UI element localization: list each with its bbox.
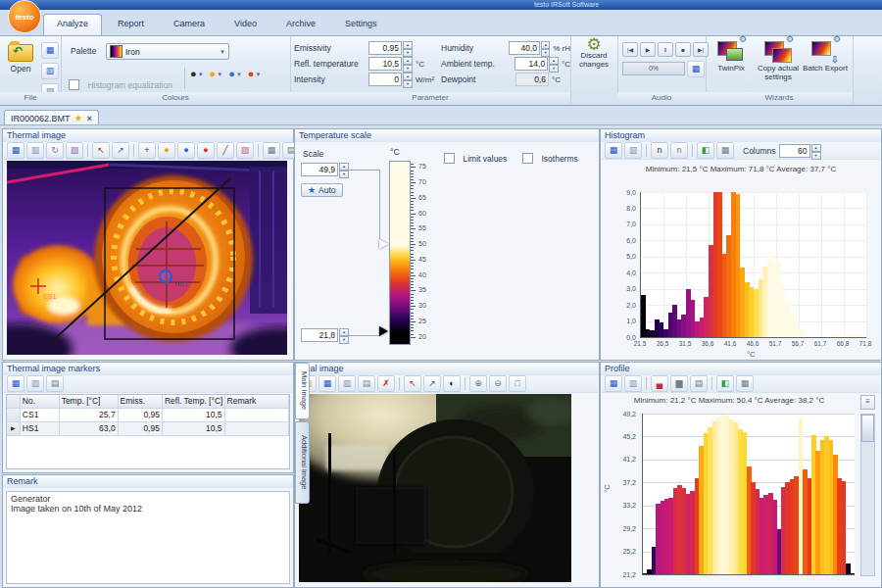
twinpix-button[interactable]: ⚙TwinPix xyxy=(708,38,755,81)
audio-progress-bar[interactable]: 0% xyxy=(622,62,685,75)
legend-icon[interactable]: ▦ xyxy=(716,142,734,159)
save-icon[interactable]: ▦ xyxy=(605,142,622,159)
audio-save-icon[interactable]: ▦ xyxy=(687,61,705,77)
copy-icon[interactable]: ▥ xyxy=(624,375,642,392)
profile-menu-button[interactable]: ≡ xyxy=(860,395,875,410)
save-icon[interactable]: ▦ xyxy=(318,375,336,392)
tab-camera[interactable]: Camera xyxy=(160,14,219,36)
spinner[interactable]: ▲▼ xyxy=(549,57,559,71)
scale-mode-icon[interactable]: n xyxy=(670,142,688,159)
close-icon[interactable]: × xyxy=(87,114,92,123)
isotherms-checkbox[interactable] xyxy=(522,153,533,164)
crosshair-marker-icon[interactable]: + xyxy=(138,142,156,159)
param-field-refl-temperature[interactable]: 10,5 xyxy=(368,57,402,71)
save-icon[interactable]: ▦ xyxy=(605,375,622,392)
limit-values-checkbox[interactable] xyxy=(444,153,455,164)
tab-report[interactable]: Report xyxy=(104,14,158,36)
spinner[interactable]: ▲▼ xyxy=(541,41,550,55)
copy-actual-settings-button[interactable]: ⚙Copy actual settings xyxy=(755,38,802,81)
image-settings-icon[interactable]: ▧ xyxy=(66,142,83,159)
marker-colour-button-2[interactable]: ●▼ xyxy=(228,69,242,79)
pointer-tool-icon[interactable]: ↖ xyxy=(92,142,110,159)
marker-table-row[interactable]: CS125,70,9510,5 xyxy=(7,409,289,422)
histogram-equalization-checkbox[interactable] xyxy=(69,79,79,90)
hot-spot-marker-icon[interactable]: ● xyxy=(158,142,175,159)
spinner[interactable]: ▲▼ xyxy=(403,41,413,55)
side-tab-additional-image[interactable]: Additional image xyxy=(295,421,310,504)
profile-table-icon[interactable]: ▤ xyxy=(690,375,708,392)
audio-stop-button[interactable]: ■ xyxy=(675,42,691,57)
cold-spot-marker-icon[interactable]: ● xyxy=(177,142,195,159)
marker-table-row[interactable]: ▶HS163,00,9510,5 xyxy=(7,422,289,436)
marker-colour-button-1[interactable]: ●▼ xyxy=(210,69,223,79)
param-field-humidity[interactable]: 40,0 xyxy=(509,41,540,55)
palette-icon[interactable]: ◧ xyxy=(697,142,714,159)
paste-icon[interactable]: ▤ xyxy=(358,375,375,392)
profile-chart-icon[interactable]: ▄ xyxy=(651,375,668,392)
copy-icon[interactable]: ▥ xyxy=(338,375,356,392)
save-as-icon[interactable]: ▥ xyxy=(41,63,59,79)
discard-changes-button[interactable]: ⚙ Discard changes xyxy=(572,40,615,69)
divider xyxy=(0,124,882,125)
param-field-intensity[interactable]: 0 xyxy=(368,73,402,86)
table-icon[interactable]: ▦ xyxy=(263,142,280,159)
zoom-fit-icon[interactable]: □ xyxy=(509,375,526,392)
remark-text[interactable]: GeneratorImage taken on 10th of May 2012 xyxy=(6,491,290,584)
copy-icon[interactable]: ▥ xyxy=(624,142,642,159)
param-field-ambient-temp-[interactable]: 14,0 xyxy=(514,57,548,71)
tab-video[interactable]: Video xyxy=(220,14,270,36)
profile-scrollbar[interactable] xyxy=(860,414,875,576)
scale-lower-spinbox[interactable]: 21,8 ▲▼ xyxy=(301,328,349,342)
spinner[interactable]: ▲▼ xyxy=(403,57,413,71)
area-marker-icon[interactable]: ▨ xyxy=(236,142,254,159)
favourite-star-icon[interactable]: ★ xyxy=(74,113,83,123)
point-marker-icon[interactable]: ● xyxy=(197,142,215,159)
scale-lower-value[interactable]: 21,8 xyxy=(301,328,338,342)
tab-analyze[interactable]: Analyze xyxy=(43,14,102,36)
pointer-tool-icon[interactable]: ↖ xyxy=(404,375,421,392)
tab-settings[interactable]: Settings xyxy=(331,14,391,36)
tab-archive[interactable]: Archive xyxy=(272,14,329,36)
pan-tool-icon[interactable]: ↗ xyxy=(112,142,129,159)
spinner[interactable]: ▲▼ xyxy=(811,144,821,158)
columns-field[interactable]: 60 xyxy=(779,144,810,158)
batch-export-button[interactable]: ⇩⚙Batch Export xyxy=(802,38,849,81)
upper-limit-marker[interactable] xyxy=(379,239,388,249)
rotate-icon[interactable]: ↻ xyxy=(46,142,64,159)
zoom-in-icon[interactable]: ⊕ xyxy=(469,375,487,392)
scrollbar-thumb[interactable] xyxy=(861,415,874,442)
audio-play-button[interactable]: ▶ xyxy=(640,42,656,57)
audio-skip-back-button[interactable]: |◀ xyxy=(622,42,638,57)
auto-button[interactable]: ★ Auto xyxy=(301,183,343,197)
copy-icon[interactable]: ▥ xyxy=(26,142,44,159)
spinner[interactable]: ▲▼ xyxy=(403,73,413,86)
scale-upper-spinbox[interactable]: 49,9 ▲▼ xyxy=(301,163,349,176)
param-field-emissivity[interactable]: 0,95 xyxy=(368,41,402,55)
save-icon[interactable]: ▦ xyxy=(7,375,24,392)
profile-settings-icon[interactable]: ▆ xyxy=(670,375,688,392)
zoom-out-icon[interactable]: ⊖ xyxy=(489,375,507,392)
temperature-scale-gradient[interactable] xyxy=(389,161,411,345)
marker-colour-button-3[interactable]: ●▼ xyxy=(248,69,262,79)
audio-pause-button[interactable]: ‖ xyxy=(658,42,673,57)
copy-icon[interactable]: ▥ xyxy=(26,375,44,392)
pan-tool-icon[interactable]: ↗ xyxy=(423,375,441,392)
palette-select[interactable]: Iron ▼ xyxy=(106,43,229,60)
normalize-icon[interactable]: n xyxy=(651,142,668,159)
palette-icon[interactable]: ◧ xyxy=(716,375,734,392)
scale-upper-value[interactable]: 49,9 xyxy=(301,163,338,176)
save-icon[interactable]: ▦ xyxy=(41,42,59,59)
document-tab[interactable]: IR000062.BMT ★ × xyxy=(4,110,99,125)
marker-colour-button-0[interactable]: ●▼ xyxy=(190,69,204,79)
open-button[interactable]: ↶ Open xyxy=(3,39,38,90)
lower-limit-marker[interactable] xyxy=(379,326,388,336)
side-tab-main-image[interactable]: Main Image xyxy=(295,363,310,419)
thermal-image[interactable]: CS1 HS1 xyxy=(7,161,287,355)
table-settings-icon[interactable]: ▤ xyxy=(46,375,64,392)
grid-icon[interactable]: ▦ xyxy=(736,375,754,392)
real-image[interactable] xyxy=(299,394,571,582)
save-icon[interactable]: ▦ xyxy=(7,142,24,159)
profile-line-icon[interactable]: ╱ xyxy=(217,142,234,159)
delete-icon[interactable]: ✗ xyxy=(377,375,395,392)
contrast-icon[interactable]: ◐ xyxy=(443,375,461,392)
